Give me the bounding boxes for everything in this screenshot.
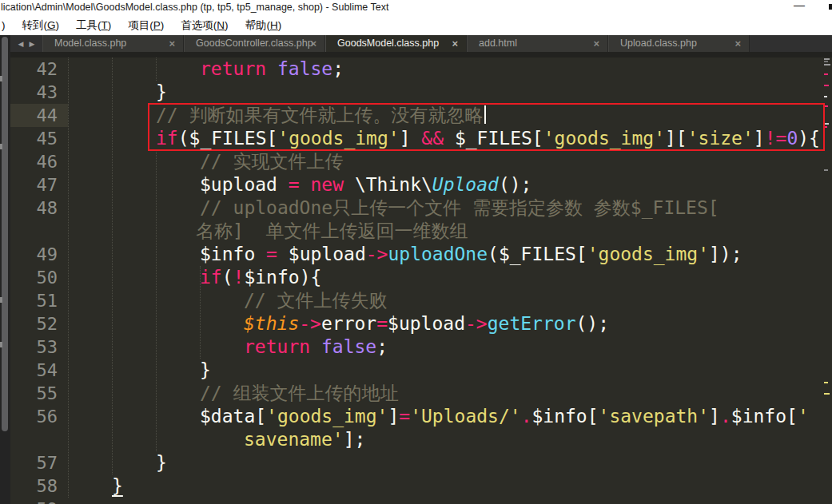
code-line-text: // 文件上传失败 bbox=[244, 289, 388, 312]
code-row-59[interactable]: 59 bbox=[10, 498, 832, 504]
code-line-text: if(!$info){ bbox=[200, 266, 321, 289]
minimap-mark bbox=[824, 126, 827, 128]
code-line-text: $upload = new \Think\Upload(); bbox=[200, 173, 531, 196]
code-line-text: 名称] 单文件上传返回一维数组 bbox=[196, 220, 468, 243]
line-number[interactable]: 56 bbox=[10, 405, 68, 428]
tab-goodsmodel-class-php[interactable]: GoodsModel.class.php× bbox=[325, 35, 467, 52]
line-number[interactable]: 43 bbox=[10, 81, 68, 104]
code-row-45[interactable]: 45if($_FILES['goods_img'] && $_FILES['go… bbox=[10, 127, 832, 150]
code-row-56[interactable]: 56$data['goods_img']='Uploads/'.$info['s… bbox=[10, 405, 832, 428]
code-line-text: } bbox=[200, 359, 211, 382]
window-control-sliver[interactable] bbox=[829, 4, 832, 10]
tab-upload-class-php[interactable]: Upload.class.php× bbox=[608, 35, 750, 52]
code-line-text: $data['goods_img']='Uploads/'.$info['sav… bbox=[200, 405, 809, 428]
code-line-text: } bbox=[156, 451, 167, 474]
code-line-text: // 组装文件上传的地址 bbox=[200, 382, 399, 405]
code-row-46[interactable]: 46// 实现文件上传 bbox=[10, 150, 832, 173]
code-row-47[interactable]: 47$upload = new \Think\Upload(); bbox=[10, 173, 832, 196]
line-number[interactable]: 46 bbox=[10, 150, 68, 173]
background-window-fragment bbox=[0, 144, 2, 149]
minimap-mark bbox=[824, 105, 828, 107]
line-number[interactable]: 58 bbox=[10, 474, 68, 498]
tab-nav-forward-icon[interactable]: ▶ bbox=[30, 40, 35, 48]
line-number[interactable]: 50 bbox=[10, 266, 68, 289]
minimap-mark bbox=[824, 169, 828, 171]
tab-bar: ◀ ▶ Model.class.php×GoodsController.clas… bbox=[0, 35, 832, 52]
code-row-wrap[interactable]: 名称] 单文件上传返回一维数组 bbox=[10, 220, 832, 243]
menu-item-H[interactable]: 帮助(H) bbox=[245, 15, 282, 35]
text-cursor bbox=[484, 105, 486, 124]
menu-item-N[interactable]: 首选项(N) bbox=[181, 15, 228, 35]
code-row-42[interactable]: 42return false; bbox=[10, 58, 832, 81]
code-area: 42return false;43}44// 判断如果有文件就上传。没有就忽略4… bbox=[10, 58, 832, 504]
minimap-mark bbox=[824, 61, 828, 62]
code-row-44[interactable]: 44// 判断如果有文件就上传。没有就忽略 bbox=[10, 104, 832, 127]
minimize-button[interactable]: — bbox=[790, 0, 809, 13]
code-line-text: // 实现文件上传 bbox=[200, 150, 344, 173]
window-title: lication\Admin\Model\GoodsModel.class.ph… bbox=[1, 0, 388, 15]
tab-close-icon[interactable]: × bbox=[593, 35, 599, 52]
minimap-mark bbox=[824, 85, 829, 86]
background-window-fragment bbox=[0, 342, 2, 347]
code-row-57[interactable]: 57} bbox=[10, 451, 832, 474]
minimap-mark bbox=[824, 96, 827, 97]
title-bar: lication\Admin\Model\GoodsModel.class.ph… bbox=[0, 0, 832, 15]
minimap-mark bbox=[824, 58, 830, 60]
line-number[interactable]: 54 bbox=[10, 359, 68, 382]
code-row-52[interactable]: 52$this->error=$upload->getError(); bbox=[10, 312, 832, 335]
tab-add-html[interactable]: add.html× bbox=[467, 35, 608, 52]
line-number[interactable]: 55 bbox=[10, 382, 68, 405]
line-number[interactable]: 47 bbox=[10, 173, 68, 196]
code-line-text: return false; bbox=[244, 335, 388, 359]
tabbar-shadow-strip bbox=[10, 52, 832, 58]
background-window-fragment bbox=[0, 76, 2, 81]
tab-label: Model.class.php bbox=[54, 38, 126, 49]
tab-label: GoodsController.class.php bbox=[196, 38, 313, 49]
line-number[interactable]: 49 bbox=[10, 243, 68, 266]
menu-item-T[interactable]: 工具(T) bbox=[76, 15, 111, 35]
line-number[interactable]: 45 bbox=[10, 127, 68, 150]
tab-close-icon[interactable]: × bbox=[310, 35, 316, 52]
line-number[interactable]: 44 bbox=[10, 104, 68, 127]
line-number[interactable]: 52 bbox=[10, 312, 68, 335]
code-row-50[interactable]: 50if(!$info){ bbox=[10, 266, 832, 289]
code-row-51[interactable]: 51// 文件上传失败 bbox=[10, 289, 832, 312]
line-number[interactable]: 48 bbox=[10, 196, 68, 220]
left-scrollbar-thumb[interactable] bbox=[2, 37, 8, 431]
code-row-49[interactable]: 49$info = $upload->uploadOne($_FILES['go… bbox=[10, 243, 832, 266]
tab-label: add.html bbox=[479, 38, 517, 49]
code-line-text: // uploadOne只上传一个文件 需要指定参数 参数$_FILES[ bbox=[200, 196, 719, 220]
line-number[interactable]: 42 bbox=[10, 58, 68, 81]
code-line-text: } bbox=[112, 474, 123, 498]
line-number[interactable]: 59 bbox=[10, 498, 68, 504]
tab-nav-back-icon[interactable]: ◀ bbox=[18, 40, 24, 48]
menu-item-partial[interactable]: ) bbox=[2, 15, 6, 35]
line-number[interactable] bbox=[10, 220, 68, 243]
menu-item-P[interactable]: 项目(P) bbox=[128, 15, 164, 35]
minimap[interactable] bbox=[823, 58, 832, 504]
line-number[interactable]: 51 bbox=[10, 289, 68, 312]
sublime-text-window: lication\Admin\Model\GoodsModel.class.ph… bbox=[0, 0, 832, 504]
code-row-43[interactable]: 43} bbox=[10, 81, 832, 104]
tab-close-icon[interactable]: × bbox=[452, 35, 458, 52]
code-editor[interactable]: 42return false;43}44// 判断如果有文件就上传。没有就忽略4… bbox=[10, 58, 832, 504]
code-row-54[interactable]: 54} bbox=[10, 359, 832, 382]
tab-label: GoodsModel.class.php bbox=[337, 38, 439, 49]
line-number[interactable] bbox=[10, 428, 68, 451]
tab-model-class-php[interactable]: Model.class.php× bbox=[42, 35, 184, 52]
tab-goodscontroller-class-php[interactable]: GoodsController.class.php× bbox=[184, 35, 325, 52]
line-number[interactable]: 53 bbox=[10, 335, 68, 359]
code-line-text: if($_FILES['goods_img'] && $_FILES['good… bbox=[156, 127, 820, 150]
code-row-55[interactable]: 55// 组装文件上传的地址 bbox=[10, 382, 832, 405]
minimap-mark bbox=[824, 393, 830, 395]
code-row-48[interactable]: 48// uploadOne只上传一个文件 需要指定参数 参数$_FILES[ bbox=[10, 196, 832, 220]
line-number[interactable]: 57 bbox=[10, 451, 68, 474]
tab-label: Upload.class.php bbox=[620, 38, 697, 49]
code-row-wrap[interactable]: savename']; bbox=[10, 428, 832, 451]
code-row-58[interactable]: 58} bbox=[10, 474, 832, 498]
code-row-53[interactable]: 53return false; bbox=[10, 335, 832, 359]
menu-item-G[interactable]: 转到(G) bbox=[22, 15, 60, 35]
tab-close-icon[interactable]: × bbox=[734, 35, 741, 52]
tab-close-icon[interactable]: × bbox=[169, 35, 175, 52]
minimap-mark bbox=[824, 64, 830, 65]
